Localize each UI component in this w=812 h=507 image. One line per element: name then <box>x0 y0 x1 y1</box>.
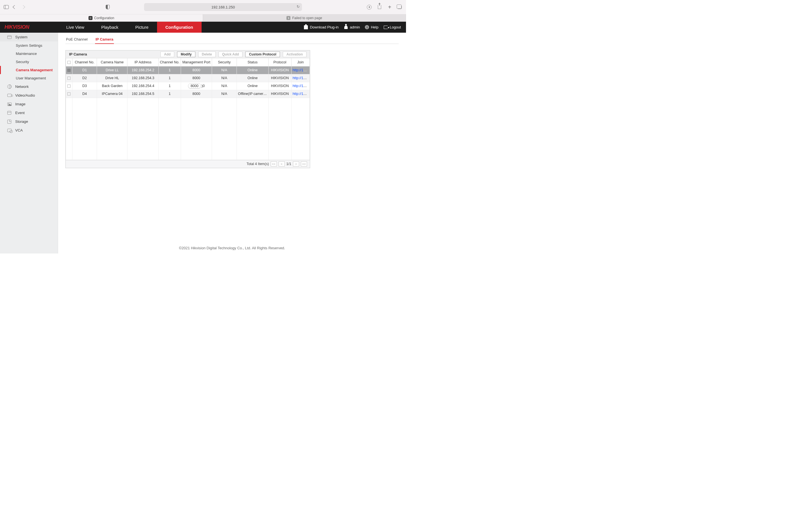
reload-icon[interactable]: ↻ <box>297 4 300 9</box>
column-header[interactable]: Security <box>212 58 237 66</box>
logout-icon <box>384 25 388 30</box>
sidebar-item-vca[interactable]: VCA <box>0 126 58 135</box>
globe-icon <box>7 84 12 89</box>
column-header[interactable]: Channel No. <box>72 58 97 66</box>
nav-live-view[interactable]: Live View <box>58 22 93 33</box>
downloads-icon[interactable] <box>366 4 372 10</box>
pager-pages: 1/1 <box>287 162 291 166</box>
cal-icon <box>7 110 12 115</box>
ip-camera-panel: IP Camera Add Modify Delete Quick Add Cu… <box>65 50 310 168</box>
box-icon <box>7 35 12 40</box>
nav-playback[interactable]: Playback <box>93 22 127 33</box>
pager-last[interactable]: >> <box>301 161 307 166</box>
person-icon <box>344 25 348 30</box>
column-header[interactable]: Channel No. <box>158 58 181 66</box>
sidebar-sub-system-settings[interactable]: System Settings <box>0 41 58 50</box>
camera-table: Channel No.Camera NameIP AddressChannel … <box>66 58 310 160</box>
modify-button[interactable]: Modify <box>177 52 195 57</box>
help-link[interactable]: i Help <box>365 25 378 29</box>
browser-tabs: Configuration 1 Failed to open page <box>0 14 406 22</box>
column-header[interactable]: Protocol <box>268 58 291 66</box>
row-checkbox[interactable] <box>67 93 70 96</box>
sidebar-toggle-icon[interactable] <box>3 4 9 10</box>
sidebar-item-system[interactable]: System <box>0 33 58 41</box>
table-row[interactable]: D4IPCamera 04192.168.254.518000N/AOfflin… <box>66 90 310 98</box>
column-header[interactable]: Camera Name <box>97 58 128 66</box>
va-icon <box>7 93 12 98</box>
row-checkbox[interactable] <box>67 69 70 72</box>
pagination: Total 4 Item(s) << < 1/1 > >> <box>66 160 310 168</box>
sidebar-sub-security[interactable]: Security <box>0 58 58 66</box>
add-button: Add <box>160 52 174 57</box>
select-all-checkbox[interactable] <box>67 61 70 64</box>
nav-configuration[interactable]: Configuration <box>157 22 202 33</box>
sidebar-sub-maintenance[interactable]: Maintenance <box>0 50 58 58</box>
logout-link[interactable]: Logout <box>384 25 401 30</box>
pager-next[interactable]: > <box>293 161 299 166</box>
puzzle-icon <box>304 25 308 30</box>
activation-button: Activation <box>283 52 306 57</box>
img-icon <box>7 102 12 107</box>
sidebar-item-video-audio[interactable]: Video/Audio <box>0 91 58 100</box>
sidebar-sub-user-management[interactable]: User Management <box>0 74 58 82</box>
table-row[interactable]: D2Drive HL192.168.254.318000N/AOnlineHIK… <box>66 74 310 82</box>
disk-icon <box>7 119 12 124</box>
join-link[interactable]: http://192.16… <box>293 92 310 96</box>
sidebar-item-image[interactable]: Image <box>0 100 58 108</box>
app-header: HIKVISION Live ViewPlaybackPictureConfig… <box>0 22 406 33</box>
privacy-shield-icon[interactable] <box>105 4 110 10</box>
address-bar[interactable]: 192.168.1.250 ↻ <box>144 3 302 11</box>
pager-total: Total 4 Item(s) <box>246 162 269 166</box>
custom-protocol-button[interactable]: Custom Protocol <box>245 52 280 57</box>
tab-label: Failed to open page <box>292 16 322 20</box>
quick-add-button: Quick Add <box>218 52 243 57</box>
subtab-poe-channel[interactable]: PoE Channel <box>65 36 88 44</box>
info-icon: i <box>365 25 369 29</box>
user-label: admin <box>350 25 360 29</box>
join-link[interactable]: http://192.16… <box>293 84 310 88</box>
browser-tab-configuration[interactable]: Configuration <box>0 14 203 21</box>
pager-prev[interactable]: < <box>278 161 285 166</box>
column-header[interactable]: IP Address <box>128 58 158 66</box>
content-area: PoE ChannelIP Camera IP Camera Add Modif… <box>58 33 406 253</box>
sidebar-item-event[interactable]: Event <box>0 108 58 117</box>
download-plugin-label: Download Plug-in <box>310 25 339 29</box>
column-header[interactable]: Management Port <box>181 58 212 66</box>
browser-toolbar: 192.168.1.250 ↻ + <box>0 0 406 14</box>
logout-label: Logout <box>390 25 401 29</box>
share-icon[interactable] <box>377 4 382 10</box>
join-link[interactable]: http://192.16… <box>293 76 310 80</box>
fail-badge-icon: 1 <box>287 16 290 20</box>
user-menu[interactable]: admin <box>344 25 360 30</box>
favicon-icon <box>89 16 93 20</box>
table-row[interactable]: D3Back Garden192.168.254.418000)0N/AOnli… <box>66 82 310 90</box>
row-checkbox[interactable] <box>67 76 70 80</box>
subtab-ip-camera[interactable]: IP Camera <box>95 36 114 44</box>
table-row[interactable]: D1Drive LL192.168.254.218000N/AOnlineHIK… <box>66 66 310 74</box>
column-header[interactable]: Join <box>291 58 310 66</box>
footer-copyright: ©2021 Hikvision Digital Technology Co., … <box>58 246 406 250</box>
sidebar-item-network[interactable]: Network <box>0 82 58 91</box>
tab-overview-icon[interactable] <box>397 4 403 10</box>
sidebar: SystemSystem SettingsMaintenanceSecurity… <box>0 33 58 253</box>
pager-first[interactable]: << <box>271 161 277 166</box>
sidebar-sub-camera-management[interactable]: Camera Management <box>0 66 58 74</box>
sub-tabs: PoE ChannelIP Camera <box>65 33 399 44</box>
tab-label: Configuration <box>94 16 114 20</box>
help-label: Help <box>371 25 378 29</box>
main-nav: Live ViewPlaybackPictureConfiguration <box>58 22 202 33</box>
sidebar-item-storage[interactable]: Storage <box>0 117 58 126</box>
back-icon[interactable] <box>12 4 17 10</box>
join-link[interactable]: http://192.16… <box>293 68 310 72</box>
logo: HIKVISION <box>0 24 58 30</box>
browser-tab-failed[interactable]: 1 Failed to open page <box>203 14 406 21</box>
panel-title: IP Camera <box>69 52 87 56</box>
address-text: 192.168.1.250 <box>211 5 235 9</box>
nav-picture[interactable]: Picture <box>127 22 157 33</box>
download-plugin-link[interactable]: Download Plug-in <box>304 25 339 30</box>
new-tab-icon[interactable]: + <box>387 4 393 10</box>
forward-icon <box>20 4 26 10</box>
column-header[interactable]: Status <box>237 58 268 66</box>
row-checkbox[interactable] <box>67 84 70 88</box>
delete-button: Delete <box>198 52 216 57</box>
